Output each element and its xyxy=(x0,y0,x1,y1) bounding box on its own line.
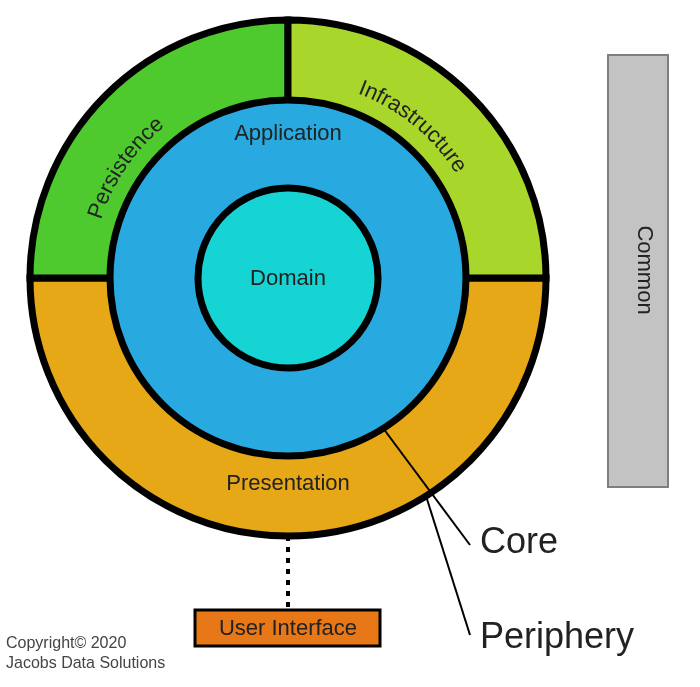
label-presentation: Presentation xyxy=(226,470,350,495)
label-application: Application xyxy=(234,120,342,145)
diagram-svg: Persistence Infrastructure Presentation … xyxy=(0,0,700,687)
architecture-diagram: Persistence Infrastructure Presentation … xyxy=(0,0,700,687)
copyright-line2: Jacobs Data Solutions xyxy=(6,654,165,671)
label-core: Core xyxy=(480,520,558,561)
label-domain: Domain xyxy=(250,265,326,290)
label-user-interface: User Interface xyxy=(219,615,357,640)
label-periphery: Periphery xyxy=(480,615,634,656)
copyright-line1: Copyright© 2020 xyxy=(6,634,126,651)
label-common: Common xyxy=(633,225,658,314)
